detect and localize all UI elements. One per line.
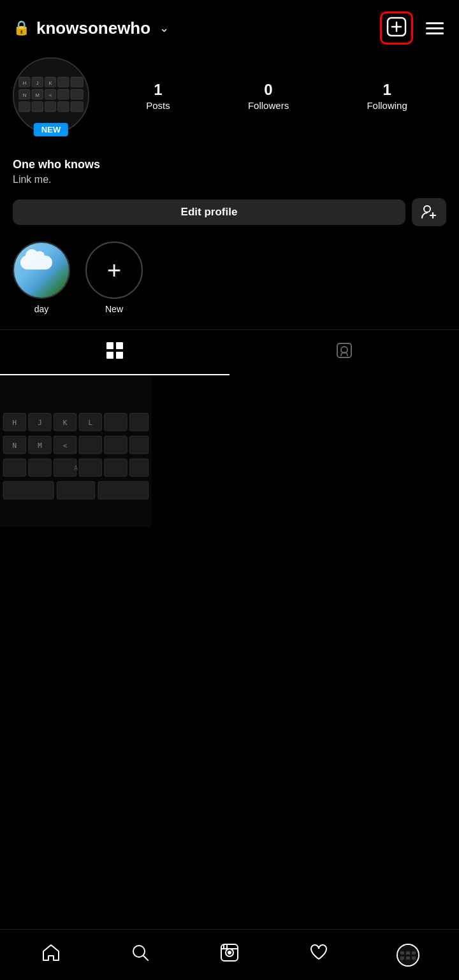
svg-rect-50 [79, 459, 102, 477]
svg-rect-74 [406, 951, 410, 955]
username: knowsonewho [36, 18, 150, 38]
reels-icon [220, 943, 239, 967]
nav-reels[interactable] [210, 936, 249, 974]
heart-icon [309, 943, 328, 967]
add-friend-button[interactable] [412, 198, 446, 226]
svg-text:H: H [13, 419, 17, 427]
svg-text:L: L [89, 419, 93, 427]
svg-rect-45 [105, 436, 127, 454]
tab-grid[interactable] [0, 330, 229, 375]
svg-rect-76 [400, 956, 404, 960]
svg-rect-51 [105, 459, 127, 477]
keyboard-photo: H J K L N M < A [0, 375, 152, 527]
add-highlight-circle: + [85, 241, 143, 299]
svg-rect-39 [105, 414, 127, 431]
svg-text:J: J [36, 80, 39, 86]
posts-stat[interactable]: 1 Posts [146, 81, 170, 111]
svg-point-68 [228, 951, 231, 954]
nav-profile[interactable] [389, 936, 427, 974]
plus-icon: + [107, 258, 121, 282]
svg-text:N: N [13, 442, 17, 450]
svg-rect-44 [79, 436, 102, 454]
tab-tagged[interactable] [229, 330, 459, 375]
following-stat[interactable]: 1 Following [367, 81, 407, 111]
svg-rect-29 [116, 342, 123, 349]
grid-item-0[interactable]: H J K L N M < A [0, 375, 152, 527]
svg-text:H: H [23, 80, 27, 86]
highlight-day-label: day [34, 304, 49, 314]
add-post-button[interactable] [380, 11, 413, 45]
display-name: One who knows [13, 158, 446, 171]
svg-rect-73 [400, 951, 404, 955]
svg-rect-47 [3, 459, 26, 477]
grid-icon [106, 342, 124, 364]
bio-section: One who knows Link me. [0, 144, 459, 188]
home-icon [41, 943, 61, 967]
nav-search[interactable] [121, 936, 159, 974]
svg-rect-8 [71, 77, 83, 87]
bottom-nav [0, 929, 459, 980]
sky-image [14, 243, 69, 298]
search-icon [131, 943, 150, 967]
svg-rect-52 [129, 459, 149, 477]
svg-rect-7 [58, 77, 69, 87]
posts-count: 1 [154, 81, 162, 99]
svg-rect-75 [412, 951, 416, 955]
tabs-row [0, 329, 459, 375]
svg-rect-32 [337, 343, 351, 357]
svg-text:<: < [63, 442, 68, 450]
svg-rect-14 [19, 102, 30, 112]
svg-rect-12 [58, 89, 69, 99]
svg-rect-53 [3, 482, 54, 500]
svg-point-25 [424, 206, 430, 212]
svg-rect-15 [32, 102, 43, 112]
tagged-icon [335, 342, 353, 364]
cloud-shape [20, 256, 52, 270]
svg-rect-28 [106, 342, 113, 349]
highlight-day[interactable]: day [13, 241, 70, 314]
bio-text: Link me. [13, 174, 446, 185]
svg-rect-18 [71, 102, 83, 112]
posts-label: Posts [146, 100, 170, 111]
edit-profile-button[interactable]: Edit profile [13, 199, 405, 225]
svg-rect-17 [58, 102, 69, 112]
svg-text:M: M [38, 442, 42, 450]
followers-count: 0 [264, 81, 272, 99]
header-left: 🔒 knowsonewho ⌄ [13, 18, 169, 38]
profile-top: H J K N M < NEW 1 Posts 0 [13, 57, 446, 134]
svg-rect-54 [57, 482, 95, 500]
bottom-spacer [0, 527, 459, 584]
following-label: Following [367, 100, 407, 111]
svg-rect-72 [398, 945, 418, 965]
profile-section: H J K N M < NEW 1 Posts 0 [0, 51, 459, 144]
svg-text:J: J [38, 419, 42, 427]
svg-text:N: N [23, 92, 27, 98]
svg-rect-46 [129, 436, 149, 454]
nav-home[interactable] [32, 936, 70, 974]
svg-text:K: K [48, 80, 52, 86]
highlights-section: day + New [0, 236, 459, 327]
menu-button[interactable] [423, 20, 446, 37]
lock-icon: 🔒 [13, 20, 30, 36]
nav-activity[interactable] [300, 936, 338, 974]
svg-text:<: < [49, 92, 52, 98]
svg-rect-78 [412, 956, 416, 960]
followers-label: Followers [248, 100, 289, 111]
photo-grid: H J K L N M < A [0, 375, 459, 527]
svg-rect-77 [406, 956, 410, 960]
highlight-new[interactable]: + New [85, 241, 143, 314]
avatar[interactable]: H J K N M < [13, 57, 89, 134]
avatar-wrapper: H J K N M < NEW [13, 57, 89, 134]
new-badge: NEW [34, 123, 68, 136]
avatar-keyboard-image: H J K N M < [14, 59, 88, 133]
svg-text:K: K [63, 419, 68, 427]
svg-line-65 [143, 956, 148, 960]
svg-rect-48 [29, 459, 52, 477]
svg-rect-13 [71, 89, 83, 99]
svg-rect-31 [116, 352, 123, 359]
highlight-day-circle [13, 241, 70, 299]
svg-text:A: A [74, 465, 78, 472]
plus-square-icon [386, 17, 407, 40]
svg-rect-55 [98, 482, 149, 500]
followers-stat[interactable]: 0 Followers [248, 81, 289, 111]
